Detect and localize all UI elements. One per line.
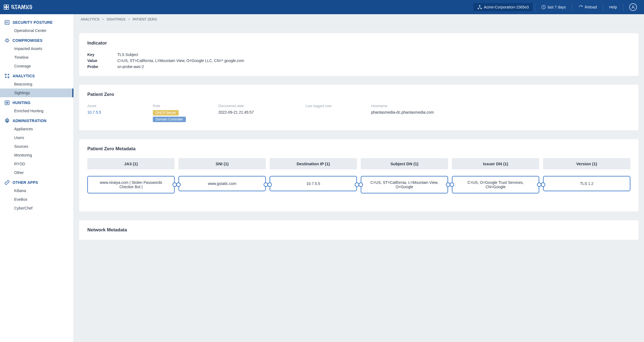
- panels-container: Indicator KeyTLS Subject ValueC=US, ST=C…: [74, 25, 644, 248]
- sidebar-item-sources[interactable]: Sources: [0, 142, 73, 151]
- last-user-label: Last logged user: [306, 104, 360, 108]
- org-selector[interactable]: Acme-Corporation-1565e3: [473, 3, 533, 11]
- indicator-probe-label: Probe: [87, 64, 109, 69]
- sidebar-item-evebox[interactable]: EveBox: [0, 195, 73, 204]
- sidebar-item-timeline[interactable]: Timeline: [0, 53, 73, 62]
- breadcrumb-sightings[interactable]: SIGHTINGS: [107, 17, 126, 21]
- sidebar-section-administration[interactable]: ADMINISTRATION: [0, 115, 73, 125]
- svg-point-8: [632, 6, 634, 7]
- sidebar-section-label: ANALYTICS: [13, 74, 35, 78]
- meta-cell-ja3[interactable]: www.niraiya.com | Stolen Passwords Check…: [87, 176, 175, 193]
- reload-icon: [578, 5, 583, 10]
- meta-header-issuer[interactable]: Issuer DN (1): [452, 158, 539, 169]
- sidebar-item-enriched-hunting[interactable]: Enriched Hunting: [0, 107, 73, 115]
- meta-header-subj[interactable]: Subject DN (1): [361, 158, 448, 169]
- sidebar-item-users[interactable]: Users: [0, 133, 73, 142]
- svg-point-12: [8, 77, 9, 78]
- help-button[interactable]: Help: [605, 3, 621, 11]
- user-menu[interactable]: [625, 2, 641, 13]
- asset-value-link[interactable]: 10.7.5.5: [87, 110, 142, 114]
- patient-zero-title: Patient Zero: [87, 92, 630, 97]
- sidebar-section-hunting[interactable]: HUNTING: [0, 97, 73, 107]
- meta-cell-wrap: C=US, ST=California, L=Mountain View, O=…: [361, 176, 448, 193]
- meta-cell-subj[interactable]: C=US, ST=California, L=Mountain View, O=…: [361, 176, 448, 193]
- indicator-key-value: TLS Subject: [117, 52, 138, 57]
- indicator-panel: Indicator KeyTLS Subject ValueC=US, ST=C…: [79, 33, 639, 76]
- discovered-value: 2022-09-21 21:45:57: [218, 110, 295, 114]
- indicator-value-label: Value: [87, 58, 109, 63]
- sidebar-item-cyberchef[interactable]: CyberChef: [0, 204, 73, 213]
- svg-point-6: [481, 8, 482, 9]
- network-metadata-title: Network Metadata: [87, 227, 630, 233]
- sidebar-item-coverage[interactable]: Coverage: [0, 62, 73, 70]
- metadata-panel: Patient Zero Metadata JA3 (1) SNI (1) De…: [79, 139, 639, 212]
- svg-rect-3: [7, 7, 8, 9]
- svg-rect-15: [5, 101, 9, 105]
- gear-icon: [4, 118, 10, 123]
- sidebar-section-label: SECURITY POSTURE: [13, 20, 53, 25]
- patient-zero-panel: Patient Zero Asset 10.7.5.5 Role DHCP Se…: [79, 84, 639, 131]
- meta-header-ja3[interactable]: JA3 (1): [87, 158, 175, 169]
- meta-cell-wrap: C=US, O=Google Trust Services, CN=Google: [452, 176, 539, 193]
- user-icon: [631, 5, 635, 9]
- sidebar-section-compromises[interactable]: COMPROMISES: [0, 35, 73, 44]
- sidebar-item-impacted-assets[interactable]: Impacted Assets: [0, 44, 73, 53]
- meta-cell-wrap: TLS 1.2: [543, 176, 630, 193]
- sidebar-item-sightings[interactable]: Sightings: [0, 89, 73, 97]
- timerange-selector[interactable]: last 7 days: [537, 3, 570, 11]
- connector-node: [541, 182, 545, 187]
- sidebar-item-other[interactable]: Other: [0, 168, 73, 177]
- connector-node: [359, 182, 363, 187]
- svg-point-14: [5, 77, 6, 78]
- indicator-value-value: C=US, ST=California, L=Mountain View, O=…: [117, 58, 244, 63]
- svg-rect-2: [4, 7, 6, 9]
- indicator-title: Indicator: [87, 40, 630, 46]
- meta-cell-wrap: www.niraiya.com | Stolen Passwords Check…: [87, 176, 175, 193]
- hostname-label: Hostname: [371, 104, 630, 108]
- meta-cell-wrap: www.gstatic.com: [178, 176, 266, 193]
- sidebar-section-analytics[interactable]: ANALYTICS: [0, 70, 73, 80]
- svg-point-16: [7, 102, 8, 104]
- connector-node: [267, 182, 272, 187]
- avatar-icon: [629, 3, 637, 11]
- sidebar-section-security-posture[interactable]: SECURITY POSTURE: [0, 17, 73, 26]
- sidebar-section-label: OTHER APPS: [13, 180, 38, 185]
- meta-header-version[interactable]: Version (1): [543, 158, 630, 169]
- meta-cell-dest[interactable]: 10.7.5.5: [270, 176, 357, 191]
- meta-header-dest[interactable]: Destination IP (1): [270, 158, 357, 169]
- reload-label: Reload: [585, 5, 597, 9]
- sidebar-item-monitoring[interactable]: Monitoring: [0, 151, 73, 160]
- sidebar-section-other-apps[interactable]: OTHER APPS: [0, 177, 73, 186]
- svg-point-4: [479, 5, 480, 6]
- brand-icon: [3, 4, 9, 10]
- sidebar: SECURITY POSTURE Operational Center COMP…: [0, 14, 74, 342]
- breadcrumb-current: PATIENT ZERO: [133, 17, 157, 21]
- sidebar-section-label: HUNTING: [13, 101, 31, 105]
- meta-header-sni[interactable]: SNI (1): [178, 158, 266, 169]
- sidebar-item-kibana[interactable]: Kibana: [0, 186, 73, 195]
- reload-button[interactable]: Reload: [574, 3, 601, 11]
- breadcrumb-analytics[interactable]: ANALYTICS: [81, 17, 100, 21]
- meta-cell-version[interactable]: TLS 1.2: [543, 176, 630, 191]
- sidebar-item-appliances[interactable]: Appliances: [0, 125, 73, 133]
- topbar-right: Acme-Corporation-1565e3 last 7 days Relo…: [473, 2, 641, 13]
- sidebar-item-beaconing[interactable]: Beaconing: [0, 80, 73, 89]
- sidebar-item-ryod[interactable]: RYOD: [0, 160, 73, 168]
- network-metadata-panel: Network Metadata: [79, 220, 639, 240]
- svg-point-17: [7, 120, 8, 122]
- meta-cell-sni[interactable]: www.gstatic.com: [178, 176, 266, 191]
- asset-label: Asset: [87, 104, 142, 108]
- svg-point-5: [478, 8, 479, 9]
- sidebar-item-operational-center[interactable]: Operational Center: [0, 26, 73, 35]
- separator: [572, 3, 572, 11]
- indicator-probe-value: sn-probe-aws-2: [117, 64, 144, 69]
- separator: [623, 3, 623, 11]
- meta-cell-issuer[interactable]: C=US, O=Google Trust Services, CN=Google: [452, 176, 539, 193]
- link-icon: [4, 180, 10, 185]
- role-badge-dhcp: DHCP Server: [153, 110, 179, 116]
- svg-point-10: [6, 39, 8, 42]
- brand-subtitle: NETWORKS: [11, 8, 33, 10]
- brand-logo[interactable]: STAMVS NETWORKS: [3, 4, 33, 10]
- nodes-icon: [4, 73, 10, 79]
- help-label: Help: [609, 5, 617, 9]
